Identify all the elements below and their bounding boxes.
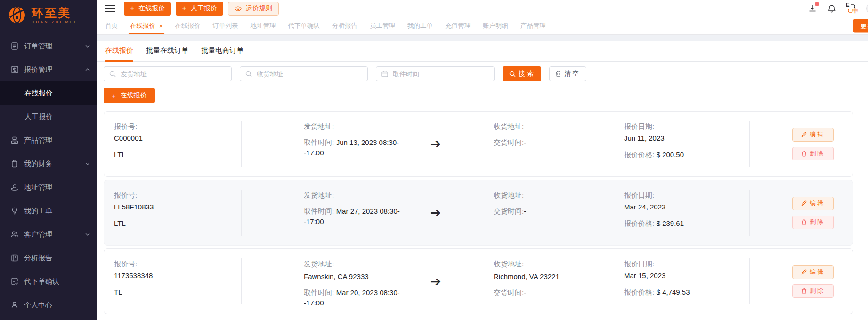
sidebar-item-address-management[interactable]: 地址管理 [0, 176, 97, 199]
tab-online-quote[interactable]: 在线报价 [175, 17, 201, 34]
sidebar-item-order-management[interactable]: 订单管理 [0, 34, 97, 58]
ship-address-input[interactable] [120, 70, 226, 78]
route-arrow: ➔ [407, 112, 464, 176]
panel-tabs: 在线报价 批量在线订单 批量电商订单 [97, 41, 868, 62]
recv-addr-label: 收货地址: [494, 121, 624, 132]
delivery-label: 交货时间: [494, 138, 524, 146]
brand-name: 环至美 [32, 7, 77, 19]
edit-button[interactable]: 编辑 [792, 197, 834, 210]
quote-type: TL [114, 287, 241, 297]
quote-date-label: 报价日期: [624, 121, 749, 132]
chevron-down-icon [85, 233, 90, 236]
doc-check-icon [10, 277, 19, 286]
route-arrow: ➔ [407, 249, 464, 314]
tab-my-tickets[interactable]: 我的工单 [407, 17, 433, 34]
delete-button[interactable]: 删除 [792, 216, 834, 229]
finance-clipboard-icon [10, 160, 19, 168]
sidebar-item-personal-center[interactable]: 个人中心 [0, 293, 97, 317]
trash-icon [801, 151, 807, 157]
language-switch-icon[interactable]: E 中 [846, 3, 857, 14]
search-icon [109, 71, 116, 77]
clear-button[interactable]: 清空 [549, 66, 586, 81]
edit-button[interactable]: 编辑 [792, 128, 834, 142]
orders-icon [10, 42, 19, 50]
hamburger-menu-icon[interactable] [105, 5, 115, 12]
arrow-right-icon: ➔ [430, 205, 441, 220]
quote-type: LTL [114, 218, 241, 229]
delivery-value: - [524, 288, 526, 296]
new-online-quote-button[interactable]: 在线报价 [124, 2, 171, 16]
trash-icon [801, 288, 807, 294]
create-online-quote-button[interactable]: 在线报价 [104, 88, 155, 103]
sidebar-item-my-finance[interactable]: 我的财务 [0, 152, 97, 176]
quote-date-value: Jun 11, 2023 [624, 133, 749, 144]
more-button[interactable]: 更多 [853, 19, 868, 33]
new-manual-quote-button[interactable]: 人工报价 [176, 2, 223, 16]
tab-analysis-report[interactable]: 分析报告 [332, 17, 357, 34]
sidebar: 环至美 HUAN ZHI MEI 订单管理 报价管理 在线报价 人工报价 [0, 0, 97, 320]
calendar-icon [381, 71, 388, 77]
tab-proxy-order-confirm[interactable]: 代下单确认 [288, 17, 320, 34]
person-icon [10, 301, 19, 309]
close-icon[interactable]: × [159, 23, 163, 30]
delete-button[interactable]: 删除 [792, 147, 834, 160]
ship-addr-label: 发货地址: [304, 259, 407, 269]
recv-address-field[interactable] [240, 66, 368, 81]
tab-address-management[interactable]: 地址管理 [251, 17, 276, 34]
panel-tab-batch-online-orders[interactable]: 批量在线订单 [146, 46, 188, 61]
panel-tab-online-quote[interactable]: 在线报价 [105, 46, 133, 61]
quote-price-label: 报价价格: [624, 151, 654, 159]
brand-subtitle: HUAN ZHI MEI [32, 20, 77, 24]
trash-icon [801, 219, 807, 225]
delivery-value: - [524, 207, 526, 215]
sidebar-item-online-quote[interactable]: 在线报价 [0, 81, 97, 105]
eye-icon [235, 6, 242, 11]
bell-icon[interactable] [827, 3, 837, 14]
quote-card: 报价号: LL58F10833 LTL 发货地址: 取件时间: Mar 27, … [104, 180, 853, 246]
globe-logo-icon [7, 5, 27, 25]
tab-home[interactable]: 首页 [105, 17, 118, 34]
download-icon[interactable] [807, 3, 818, 14]
quote-price-value: $ 239.61 [657, 219, 684, 227]
quote-date-label: 报价日期: [624, 259, 749, 269]
quote-price-value: $ 4,749.53 [657, 288, 690, 296]
recv-address-input[interactable] [256, 70, 362, 78]
delete-button[interactable]: 删除 [792, 284, 834, 298]
tab-online-quote-active[interactable]: 在线报价 × [130, 17, 163, 34]
rate-rules-button[interactable]: 运价规则 [228, 2, 279, 16]
quote-price-label: 报价价格: [624, 219, 654, 227]
tab-order-list[interactable]: 订单列表 [213, 17, 238, 34]
edit-button[interactable]: 编辑 [792, 265, 834, 279]
delivery-value: - [524, 138, 526, 146]
sidebar-item-manual-quote[interactable]: 人工报价 [0, 105, 97, 128]
workspace-tabbar: 首页 在线报价 × 在线报价 订单列表 地址管理 代下单确认 分析报告 员工管理… [97, 17, 868, 35]
header-icons: E 中 [807, 2, 868, 15]
search-button[interactable]: 搜索 [503, 66, 541, 81]
avatar[interactable] [866, 2, 868, 15]
panel-tab-batch-ecommerce-orders[interactable]: 批量电商订单 [201, 46, 243, 61]
ship-address-field[interactable] [104, 66, 232, 81]
ticket-bulb-icon [10, 207, 19, 215]
app-window: 环至美 HUAN ZHI MEI 订单管理 报价管理 在线报价 人工报价 [0, 0, 868, 320]
sidebar-item-analysis-report[interactable]: 分析报告 [0, 246, 97, 270]
recv-addr-value: Richmond, VA 23221 [494, 272, 624, 282]
quote-price-label: 报价价格: [624, 288, 654, 296]
tab-product-management[interactable]: 产品管理 [520, 17, 546, 34]
ship-addr-label: 发货地址: [304, 190, 407, 200]
pickup-time-field[interactable] [376, 66, 495, 81]
trash-icon [555, 71, 561, 77]
quote-date-label: 报价日期: [624, 190, 749, 200]
pickup-time-input[interactable] [392, 70, 489, 78]
quote-price-value: $ 200.50 [657, 151, 684, 159]
tab-recharge-management[interactable]: 充值管理 [445, 17, 471, 34]
pencil-icon [801, 200, 807, 206]
sidebar-item-product-management[interactable]: 产品管理 [0, 128, 97, 152]
top-header: 在线报价 人工报价 运价规则 E 中 [97, 0, 868, 17]
sidebar-item-quote-management[interactable]: 报价管理 [0, 58, 97, 81]
sidebar-item-customer-management[interactable]: 客户管理 [0, 223, 97, 246]
tab-account-detail[interactable]: 账户明细 [483, 17, 508, 34]
sidebar-item-my-tickets[interactable]: 我的工单 [0, 199, 97, 223]
sidebar-item-proxy-order-confirm[interactable]: 代下单确认 [0, 270, 97, 293]
tab-employee-management[interactable]: 员工管理 [370, 17, 395, 34]
arrow-right-icon: ➔ [430, 136, 441, 152]
